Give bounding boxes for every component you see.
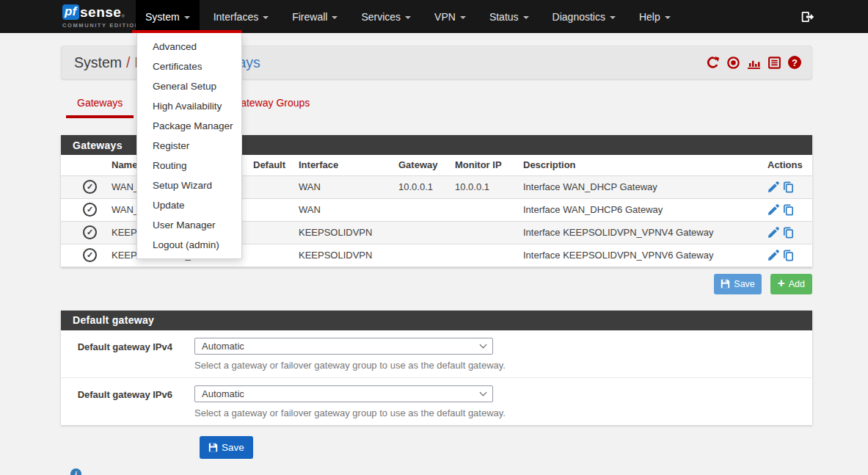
edit-pencil-icon[interactable] <box>767 249 780 261</box>
nav-item[interactable]: Help <box>630 0 680 33</box>
field-help-text: Select a gateway or failover gateway gro… <box>194 360 506 371</box>
dropdown-menu-item[interactable]: High Availability <box>137 96 241 116</box>
col-interface: Interface <box>293 155 393 175</box>
select-value: Automatic <box>202 388 244 399</box>
dropdown-menu-item[interactable]: Register <box>137 136 241 156</box>
dropdown-menu-item[interactable]: Package Manager <box>137 116 241 136</box>
gateway-enabled-icon: ✓ <box>83 203 97 217</box>
select-value: Automatic <box>202 341 244 352</box>
record-icon[interactable] <box>726 56 740 70</box>
nav-item-label: Firewall <box>292 11 327 23</box>
chevron-down-icon <box>480 388 487 396</box>
help-icon[interactable]: ? <box>788 56 801 69</box>
gateway-monitor-ip <box>440 244 517 266</box>
system-dropdown-menu: Advanced Certificates General Setup High… <box>136 33 242 259</box>
dropdown-menu-item[interactable]: Certificates <box>137 57 241 76</box>
caret-down-icon <box>665 16 671 19</box>
caret-down-icon <box>405 16 411 19</box>
default-gateway-select[interactable]: Automatic <box>194 338 493 355</box>
nav-item[interactable]: Firewall <box>282 0 347 33</box>
gateway-interface: WAN <box>293 198 393 221</box>
default-gateway-select[interactable]: Automatic <box>194 385 493 402</box>
gateway-description: Interface WAN_DHCP Gateway <box>517 175 763 198</box>
registered-mark: ® <box>121 14 124 18</box>
pfsense-logo[interactable]: pfsense® COMMUNITY EDITION <box>62 0 134 33</box>
gateway-enabled-icon: ✓ <box>83 225 97 239</box>
sign-out-icon[interactable] <box>800 0 814 33</box>
nav-item-label: Services <box>361 11 401 23</box>
save-order-button[interactable]: Save <box>714 274 762 294</box>
field-help-text: Select a gateway or failover gateway gro… <box>194 407 506 418</box>
add-gateway-button[interactable]: + Add <box>770 274 812 294</box>
edit-pencil-icon[interactable] <box>767 203 780 216</box>
dropdown-menu-item[interactable]: Update <box>137 195 241 215</box>
caret-down-icon <box>610 16 616 19</box>
dropdown-menu-item[interactable]: User Manager <box>137 215 241 235</box>
nav-item-label: Status <box>489 11 519 23</box>
nav-item[interactable]: Interfaces <box>204 0 278 33</box>
tab[interactable]: Gateways <box>66 91 134 118</box>
form-row: Default gateway IPv6 Automatic Select a … <box>61 377 812 425</box>
gateway-interface: KEEPSOLIDVPN <box>293 244 393 266</box>
gateway-default <box>246 198 293 221</box>
gateway-interface: WAN <box>293 175 393 198</box>
gateway-default <box>246 244 293 266</box>
dropdown-menu-item[interactable]: Setup Wizard <box>137 175 241 195</box>
edition-label: COMMUNITY EDITION <box>62 22 134 29</box>
logo-sense-text: sense <box>80 5 121 19</box>
chevron-down-icon <box>480 341 487 348</box>
gateway-address <box>393 244 440 266</box>
copy-icon[interactable] <box>782 249 795 261</box>
tab-label: Gateway Groups <box>233 97 310 109</box>
col-actions: Actions <box>763 155 812 175</box>
edit-pencil-icon[interactable] <box>767 226 780 239</box>
gateway-enabled-icon: ✓ <box>83 248 97 262</box>
caret-down-icon <box>184 16 190 19</box>
nav-item-label: VPN <box>434 11 456 23</box>
nav-item[interactable]: Status <box>480 0 539 33</box>
top-navbar: pfsense® COMMUNITY EDITION System Interf… <box>0 0 868 33</box>
save-button[interactable]: Save <box>200 436 253 459</box>
edit-pencil-icon[interactable] <box>767 181 780 193</box>
field-label: Default gateway IPv4 <box>61 338 172 371</box>
default-gateway-panel: Default gateway Default gateway IPv4 Aut… <box>61 311 812 425</box>
copy-icon[interactable] <box>782 226 795 239</box>
gateway-address: 10.0.0.1 <box>393 175 440 198</box>
nav-item[interactable]: Diagnostics <box>543 0 625 33</box>
info-icon[interactable]: i <box>70 468 81 475</box>
active-menu-underline <box>132 30 242 33</box>
dropdown-menu-item[interactable]: Advanced <box>137 37 241 57</box>
nav-item[interactable]: System <box>136 0 200 33</box>
gateway-monitor-ip: 10.0.0.1 <box>440 175 517 198</box>
nav-item-label: Diagnostics <box>552 11 605 23</box>
header-quick-icons: ? <box>706 56 801 70</box>
gateway-enabled-icon: ✓ <box>83 180 97 194</box>
copy-icon[interactable] <box>782 181 795 193</box>
log-icon[interactable] <box>767 56 781 70</box>
nav-item-label: System <box>145 11 180 23</box>
monitoring-icon[interactable] <box>747 56 761 70</box>
col-status <box>61 155 103 175</box>
gateway-interface: KEEPSOLIDVPN <box>293 221 393 244</box>
nav-item-label: Help <box>639 11 660 23</box>
dropdown-menu-item[interactable]: Routing <box>137 156 241 175</box>
nav-item[interactable]: Services <box>351 0 420 33</box>
main-nav: System Interfaces Firewall Services VPN <box>134 0 682 33</box>
field-label: Default gateway IPv6 <box>61 385 172 418</box>
col-description: Description <box>517 155 763 175</box>
copy-icon[interactable] <box>782 203 795 216</box>
caret-down-icon <box>523 16 529 19</box>
dropdown-menu-item[interactable]: General Setup <box>137 76 241 96</box>
nav-item[interactable]: VPN <box>425 0 475 33</box>
col-gateway: Gateway <box>393 155 440 175</box>
logo-pf-badge: pf <box>62 4 79 20</box>
refresh-icon[interactable] <box>706 56 720 70</box>
breadcrumb-section[interactable]: System <box>74 54 122 70</box>
dropdown-menu-item[interactable]: Logout (admin) <box>137 235 241 255</box>
col-monitor-ip: Monitor IP <box>440 155 517 175</box>
gateway-address <box>393 221 440 244</box>
col-default: Default <box>246 155 293 175</box>
caret-down-icon <box>460 16 466 19</box>
floppy-icon <box>208 443 218 452</box>
breadcrumb-separator: / <box>122 54 134 70</box>
